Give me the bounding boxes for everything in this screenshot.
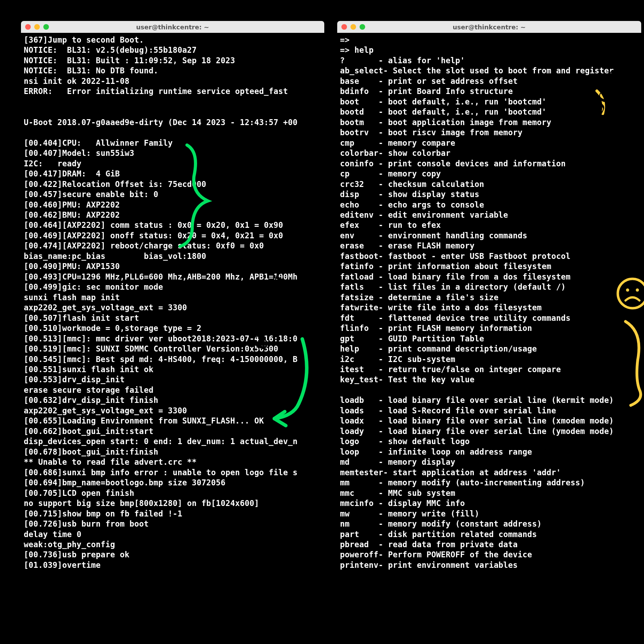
traffic-lights [341,24,365,30]
minimize-icon[interactable] [350,24,356,30]
maximize-icon[interactable] [360,24,365,30]
terminal-window-right[interactable]: user@thinkcentre: ~ => => help ? - alias… [337,21,641,622]
minimize-icon[interactable] [34,24,40,30]
window-title: user@thinkcentre: ~ [136,23,209,31]
close-icon[interactable] [25,24,31,30]
close-icon[interactable] [341,24,347,30]
terminal-output-left[interactable]: [367]Jump to second Boot. NOTICE: BL31: … [21,33,324,572]
terminal-window-left[interactable]: user@thinkcentre: ~ [367]Jump to second … [21,21,324,622]
terminal-output-right[interactable]: => => help ? - alias for 'help' ab_selec… [337,33,641,572]
traffic-lights [25,24,49,30]
titlebar-right[interactable]: user@thinkcentre: ~ [337,21,641,33]
maximize-icon[interactable] [43,24,49,30]
titlebar-left[interactable]: user@thinkcentre: ~ [21,21,324,33]
window-title: user@thinkcentre: ~ [453,23,526,31]
